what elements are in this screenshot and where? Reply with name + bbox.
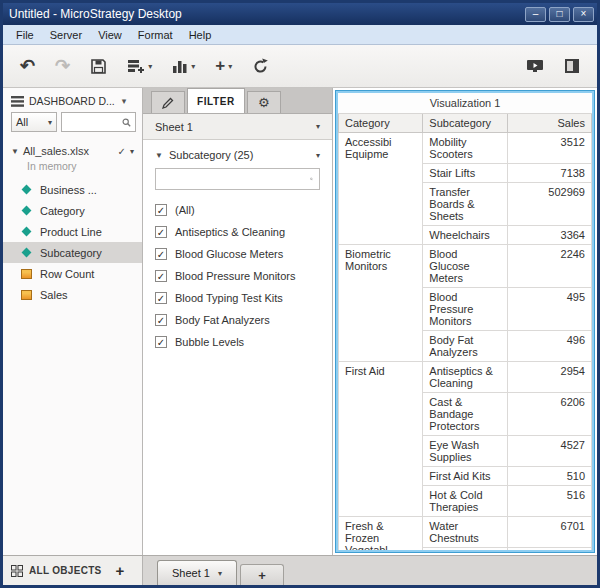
- column-header-category[interactable]: Category: [339, 114, 423, 133]
- datasets-panel-icon: [11, 96, 24, 107]
- subcategory-cell[interactable]: Blood Glucose Meters: [423, 245, 507, 288]
- category-cell[interactable]: Biometric Monitors: [339, 245, 423, 362]
- sales-cell[interactable]: 495: [507, 288, 591, 331]
- datasets-panel-header[interactable]: DASHBOARD D... ▾: [3, 88, 142, 112]
- checkbox-icon[interactable]: ✓: [155, 270, 167, 282]
- checkbox-icon[interactable]: ✓: [155, 226, 167, 238]
- add-data-button[interactable]: ▾: [122, 54, 157, 78]
- checkbox-icon[interactable]: ✓: [155, 336, 167, 348]
- sidebar-item-business[interactable]: Business ...: [3, 179, 142, 200]
- filter-option-blood-glucose-meters[interactable]: ✓Blood Glucose Meters: [143, 243, 332, 265]
- filter-option-antiseptics-cleaning[interactable]: ✓Antiseptics & Cleaning: [143, 221, 332, 243]
- presentation-mode-button[interactable]: [521, 54, 549, 78]
- undo-button[interactable]: ↶: [15, 53, 40, 79]
- refresh-button[interactable]: [247, 54, 274, 79]
- filter-search-input[interactable]: [162, 172, 308, 186]
- sidebar-searchbox: [61, 112, 136, 132]
- sales-cell[interactable]: 4527: [507, 436, 591, 467]
- grid-visualization: CategorySubcategorySales Accessibi Equip…: [338, 114, 592, 552]
- main-area: DASHBOARD D... ▾ All ▾ ▼ All_sale: [3, 88, 597, 555]
- sidebar-item-category[interactable]: Category: [3, 200, 142, 221]
- sidebar-item-subcategory[interactable]: Subcategory: [3, 242, 142, 263]
- save-button[interactable]: [85, 54, 112, 79]
- subcategory-cell[interactable]: Water Chestnuts: [423, 517, 507, 548]
- subcategory-cell[interactable]: Hot & Cold Therapies: [423, 486, 507, 517]
- checkbox-icon[interactable]: ✓: [155, 314, 167, 326]
- subcategory-cell[interactable]: Antiseptics & Cleaning: [423, 362, 507, 393]
- subcategory-cell[interactable]: Transfer Boards & Sheets: [423, 183, 507, 226]
- subcategory-cell[interactable]: Eye Wash Supplies: [423, 436, 507, 467]
- subcategory-cell[interactable]: First Aid Kits: [423, 467, 507, 486]
- tab-settings[interactable]: ⚙: [247, 91, 281, 113]
- sidebar-search-input[interactable]: [66, 115, 120, 129]
- sheet-tab[interactable]: Sheet 1 ▾: [157, 560, 237, 585]
- sidebar-item-row-count[interactable]: Row Count: [3, 263, 142, 284]
- all-objects-label: ALL OBJECTS: [29, 565, 102, 576]
- all-objects-footer[interactable]: ALL OBJECTS +: [3, 556, 143, 585]
- chevron-down-icon[interactable]: ▾: [316, 151, 320, 160]
- sales-cell[interactable]: 3364: [507, 226, 591, 245]
- sidebar-item-sales[interactable]: Sales: [3, 284, 142, 305]
- sales-cell[interactable]: 3512: [507, 133, 591, 164]
- menu-file[interactable]: File: [8, 27, 42, 43]
- sales-cell[interactable]: 6700: [507, 548, 591, 553]
- sales-cell[interactable]: 2954: [507, 362, 591, 393]
- menu-help[interactable]: Help: [181, 27, 220, 43]
- insert-visualization-button[interactable]: ▾: [167, 54, 200, 78]
- subcategory-cell[interactable]: Stair Lifts: [423, 164, 507, 183]
- refresh-icon: [252, 58, 269, 75]
- tab-edit[interactable]: [151, 91, 185, 113]
- tab-filter[interactable]: FILTER: [187, 88, 245, 113]
- filter-option-body-fat-analyzers[interactable]: ✓Body Fat Analyzers: [143, 309, 332, 331]
- subcategory-cell[interactable]: Watercress: [423, 548, 507, 553]
- subcategory-cell[interactable]: Cast & Bandage Protectors: [423, 393, 507, 436]
- menu-format[interactable]: Format: [130, 27, 181, 43]
- add-element-button[interactable]: + ▾: [210, 54, 237, 78]
- add-icon: +: [215, 58, 225, 74]
- filter-option-bubble-levels[interactable]: ✓Bubble Levels: [143, 331, 332, 353]
- subcategory-cell[interactable]: Wheelchairs: [423, 226, 507, 245]
- checkbox-icon[interactable]: ✓: [155, 292, 167, 304]
- sales-cell[interactable]: 2246: [507, 245, 591, 288]
- panel-toggle-button[interactable]: [559, 54, 585, 78]
- add-sheet-tab[interactable]: +: [240, 564, 284, 585]
- checkbox-icon[interactable]: ✓: [155, 248, 167, 260]
- checkbox-icon[interactable]: ✓: [155, 204, 167, 216]
- sales-cell[interactable]: 6206: [507, 393, 591, 436]
- category-cell[interactable]: Accessibi Equipme: [339, 133, 423, 245]
- visualization[interactable]: Visualization 1 CategorySubcategorySales…: [336, 91, 594, 552]
- sales-cell[interactable]: 6701: [507, 517, 591, 548]
- filter-attribute-header[interactable]: ▼ Subcategory (25) ▾: [143, 140, 332, 168]
- menu-server[interactable]: Server: [42, 27, 90, 43]
- category-cell[interactable]: Fresh & Frozen Vegetabl: [339, 517, 423, 553]
- chevron-down-icon[interactable]: ▾: [218, 569, 222, 578]
- filter-option-all[interactable]: ✓(All): [143, 199, 332, 221]
- minimize-button[interactable]: –: [525, 7, 546, 22]
- category-cell[interactable]: First Aid: [339, 362, 423, 517]
- insert-visualization-icon: [172, 58, 188, 74]
- subcategory-cell[interactable]: Body Fat Analyzers: [423, 331, 507, 362]
- chevron-down-icon[interactable]: ▾: [130, 147, 134, 156]
- sales-cell[interactable]: 502969: [507, 183, 591, 226]
- sales-cell[interactable]: 7138: [507, 164, 591, 183]
- column-header-sales[interactable]: Sales: [507, 114, 591, 133]
- subcategory-cell[interactable]: Blood Pressure Monitors: [423, 288, 507, 331]
- sales-cell[interactable]: 516: [507, 486, 591, 517]
- gear-icon: ⚙: [258, 95, 270, 110]
- sheet-selector[interactable]: Sheet 1 ▾: [143, 114, 332, 140]
- sales-cell[interactable]: 496: [507, 331, 591, 362]
- dataset-row[interactable]: ▼ All_sales.xlsx ✓ ▾: [3, 141, 142, 159]
- subcategory-cell[interactable]: Mobility Scooters: [423, 133, 507, 164]
- sales-cell[interactable]: 510: [507, 467, 591, 486]
- column-header-subcategory[interactable]: Subcategory: [423, 114, 507, 133]
- visualization-title[interactable]: Visualization 1: [338, 93, 592, 114]
- menu-view[interactable]: View: [90, 27, 130, 43]
- redo-button[interactable]: ↷: [50, 53, 75, 79]
- maximize-button[interactable]: □: [549, 7, 570, 22]
- filter-option-blood-typing-test-kits[interactable]: ✓Blood Typing Test Kits: [143, 287, 332, 309]
- filter-option-blood-pressure-monitors[interactable]: ✓Blood Pressure Monitors: [143, 265, 332, 287]
- sidebar-item-product-line[interactable]: Product Line: [3, 221, 142, 242]
- add-object-button[interactable]: +: [116, 562, 125, 579]
- scope-dropdown[interactable]: All ▾: [11, 112, 57, 132]
- close-button[interactable]: ×: [573, 7, 594, 22]
